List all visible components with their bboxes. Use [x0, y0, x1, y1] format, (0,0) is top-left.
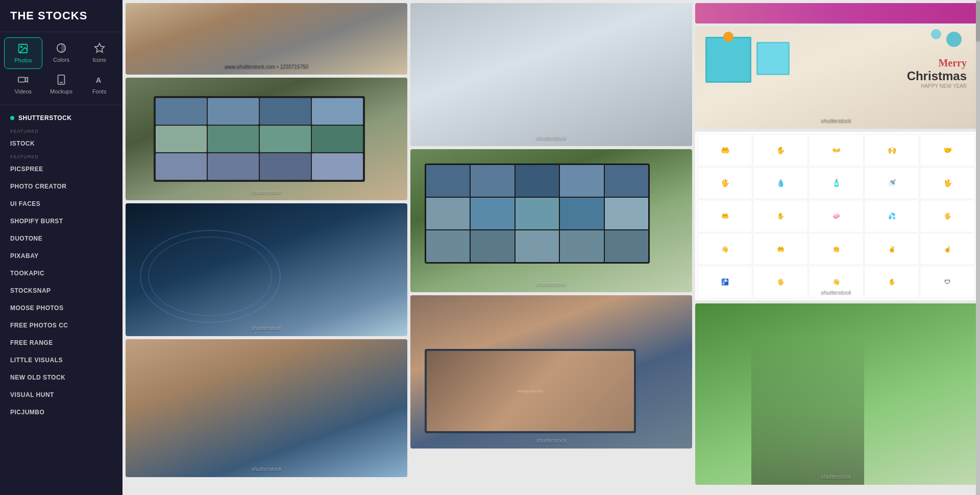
scrollbar-track[interactable]: [976, 0, 980, 495]
gallery-image-video-call-1[interactable]: shutterstock: [126, 78, 407, 200]
watermark-7: shutterstock: [536, 437, 566, 443]
sidebar-item-shopify-burst[interactable]: SHOPIFY BURST: [0, 213, 122, 230]
gallery-image-video-call-bottom[interactable]: shutterstock: [126, 339, 407, 477]
sidebar-item-ui-faces[interactable]: UI FACES: [0, 195, 122, 213]
photo-creator-label: PHOTO CREATOR: [10, 183, 67, 190]
featured-label: FEATURED: [0, 127, 122, 135]
gallery-image-christmas-top[interactable]: [695, 3, 977, 23]
visual-hunt-label: VISUAL HUNT: [10, 391, 54, 398]
fonts-label: Fonts: [92, 88, 107, 95]
sidebar-item-videos[interactable]: Videos: [4, 69, 42, 100]
svg-marker-4: [26, 77, 28, 82]
sidebar-item-tookapic[interactable]: TOOKAPIC: [0, 265, 122, 282]
sidebar-item-moose-photos[interactable]: MOOSE PHOTOS: [0, 299, 122, 317]
colors-label: Colors: [53, 57, 69, 63]
sidebar-item-photo-creator[interactable]: PHOTO CREATOR: [0, 178, 122, 195]
free-photos-cc-label: FREE PHOTOS CC: [10, 322, 68, 329]
featured-label-2: FEATURED: [0, 152, 122, 160]
svg-rect-5: [58, 75, 65, 84]
watermark-christmas: shutterstock: [821, 117, 851, 124]
sidebar-item-shutterstock[interactable]: SHUTTERSTOCK: [0, 109, 122, 127]
ui-faces-label: UI FACES: [10, 200, 40, 207]
active-dot: [10, 116, 14, 120]
sidebar-item-fonts[interactable]: A Fonts: [80, 69, 118, 100]
videos-label: Videos: [15, 88, 32, 95]
watermark-4: shutterstock: [251, 466, 281, 472]
free-range-label: FREE RANGE: [10, 339, 53, 346]
new-old-stock-label: NEW OLD STOCK: [10, 374, 65, 381]
gallery-image-scientist[interactable]: shutterstock: [126, 203, 407, 336]
sidebar-item-little-visuals[interactable]: LITTLE VISUALS: [0, 351, 122, 369]
gallery-grid: www.shutterstock.com • 1235715750: [122, 0, 980, 495]
scrollbar-thumb[interactable]: [976, 1, 980, 42]
gallery-image-teacher[interactable]: elderly woman shutterstock: [410, 295, 692, 449]
gallery-image-grey-bg[interactable]: shutterstock: [410, 3, 692, 146]
sidebar-item-photos[interactable]: Photos: [4, 37, 42, 69]
picspree-label: PICSPREE: [10, 166, 43, 173]
gallery-image-hand[interactable]: www.shutterstock.com • 1235715750: [126, 3, 407, 75]
shopify-burst-label: SHOPIFY BURST: [10, 218, 63, 225]
stocksnap-label: STOCKSNAP: [10, 287, 51, 294]
sidebar-item-new-old-stock[interactable]: NEW OLD STOCK: [0, 369, 122, 386]
tookapic-label: TOOKAPIC: [10, 270, 44, 277]
moose-photos-label: MOOSE PHOTOS: [10, 304, 63, 312]
sidebar-item-picspree[interactable]: PICSPREE: [0, 160, 122, 178]
sidebar-nav: SHUTTERSTOCK FEATURED ISTOCK FEATURED PI…: [0, 105, 122, 495]
mockups-label: Mockups: [50, 88, 72, 95]
photos-label: Photos: [14, 57, 32, 63]
icons-label: Icons: [93, 57, 106, 63]
shutterstock-label: SHUTTERSTOCK: [18, 114, 71, 122]
watermark-6: shutterstock: [536, 281, 566, 287]
watermark-1: www.shutterstock.com • 1235715750: [225, 64, 308, 69]
sidebar-item-mockups[interactable]: Mockups: [42, 69, 81, 100]
sidebar-item-istock[interactable]: ISTOCK: [0, 135, 122, 152]
sidebar-item-colors[interactable]: Colors: [42, 37, 81, 69]
main-content: www.shutterstock.com • 1235715750: [122, 0, 980, 495]
gallery-col-3: Merry Christmas HAPPY NEW YEAR shutterst…: [695, 3, 977, 492]
pixabay-label: PIXABAY: [10, 252, 39, 260]
watermark-2: shutterstock: [251, 189, 281, 195]
picjumbo-label: PICJUMBO: [10, 409, 44, 416]
app-logo: THE STOCKS: [0, 0, 122, 32]
sidebar-item-free-range[interactable]: FREE RANGE: [0, 334, 122, 351]
sidebar-item-icons[interactable]: Icons: [80, 37, 118, 69]
sidebar-item-duotone[interactable]: DUOTONE: [0, 230, 122, 247]
sidebar-item-visual-hunt[interactable]: VISUAL HUNT: [0, 386, 122, 404]
istock-label: ISTOCK: [10, 140, 35, 147]
watermark-3: shutterstock: [251, 325, 281, 331]
little-visuals-label: LITTLE VISUALS: [10, 357, 63, 364]
sidebar-item-picjumbo[interactable]: PICJUMBO: [0, 404, 122, 421]
watermark-5: shutterstock: [536, 135, 566, 141]
gallery-image-icons-grid[interactable]: 🤲 ✋ 👐 🙌 🤝 🖐 💧 🧴 🚿 🖖 🤲 ✋ 🧼 💦: [695, 132, 977, 300]
sidebar-item-stocksnap[interactable]: STOCKSNAP: [0, 282, 122, 299]
svg-text:A: A: [95, 76, 101, 84]
sidebar: THE STOCKS Photos Colors Icons: [0, 0, 122, 495]
gallery-col-1: www.shutterstock.com • 1235715750: [126, 3, 407, 492]
sidebar-item-free-photos-cc[interactable]: FREE PHOTOS CC: [0, 317, 122, 334]
svg-point-1: [21, 46, 22, 48]
gallery-image-family[interactable]: shutterstock: [695, 303, 977, 485]
gallery-col-2: shutterstock: [410, 3, 692, 492]
sidebar-item-pixabay[interactable]: PIXABAY: [0, 247, 122, 265]
svg-rect-3: [18, 77, 26, 82]
sidebar-icon-grid: Photos Colors Icons Videos: [0, 32, 122, 105]
gallery-image-christmas[interactable]: Merry Christmas HAPPY NEW YEAR shutterst…: [695, 27, 977, 129]
gallery-image-video-call-2[interactable]: shutterstock: [410, 149, 692, 292]
duotone-label: DUOTONE: [10, 235, 42, 242]
